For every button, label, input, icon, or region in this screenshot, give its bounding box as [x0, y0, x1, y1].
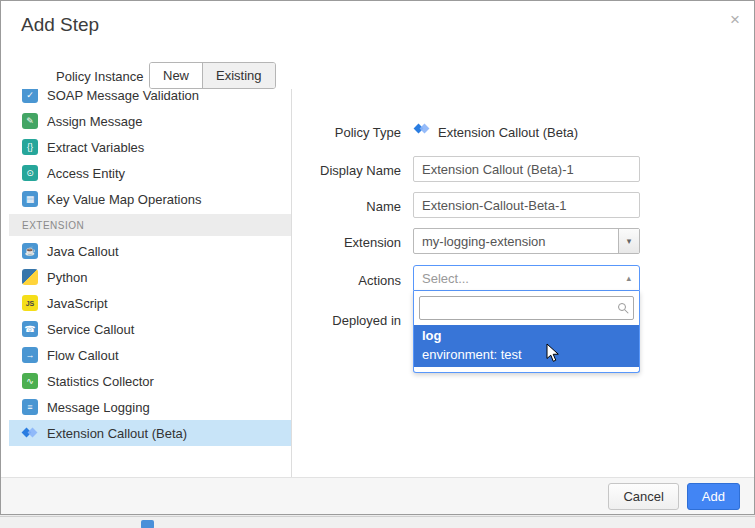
dropdown-option-group-log: log: [414, 325, 639, 345]
sidebar-item-label: Flow Callout: [47, 348, 119, 363]
name-input[interactable]: [413, 192, 640, 218]
sidebar-item-label: Assign Message: [47, 114, 142, 129]
service-callout-icon: ☎: [22, 321, 38, 337]
add-button[interactable]: Add: [687, 483, 740, 510]
deployed-in-label: Deployed in: [301, 313, 401, 328]
sidebar-item-flow-callout[interactable]: → Flow Callout: [9, 342, 291, 368]
policy-type-label: Policy Type: [301, 125, 401, 140]
chevron-down-icon[interactable]: ▾: [618, 229, 639, 253]
actions-combobox[interactable]: Select... ▴: [413, 265, 640, 291]
python-icon: [22, 269, 38, 285]
actions-dropdown-panel: log environment: test: [413, 291, 640, 373]
actions-label: Actions: [301, 273, 401, 288]
soap-validation-icon: ✓: [22, 89, 38, 103]
javascript-icon: JS: [22, 295, 38, 311]
sidebar-item-javascript[interactable]: JS JavaScript: [9, 290, 291, 316]
actions-combobox-value: Select...: [414, 271, 626, 286]
policy-instance-toggle: New Existing: [149, 62, 276, 89]
sidebar-item-soap-message-validation[interactable]: ✓ SOAP Message Validation: [9, 89, 291, 108]
search-icon: [618, 303, 626, 311]
sidebar-item-label: Service Callout: [47, 322, 134, 337]
sidebar-item-java-callout[interactable]: ☕ Java Callout: [9, 238, 291, 264]
modal-footer: Cancel Add: [1, 477, 754, 514]
extension-select-value: my-logging-extension: [414, 234, 618, 249]
display-name-input[interactable]: [413, 156, 640, 182]
sidebar-item-label: Message Logging: [47, 400, 150, 415]
dropdown-search-input[interactable]: [419, 296, 634, 320]
flow-callout-icon: →: [22, 347, 38, 363]
sidebar-item-extract-variables[interactable]: {} Extract Variables: [9, 134, 291, 160]
access-entity-icon: ⊙: [22, 165, 38, 181]
sidebar-item-access-entity[interactable]: ⊙ Access Entity: [9, 160, 291, 186]
background-page-strip: [0, 516, 755, 528]
display-name-label: Display Name: [301, 163, 401, 178]
sidebar-item-label: Key Value Map Operations: [47, 192, 201, 207]
extract-variables-icon: {}: [22, 139, 38, 155]
sidebar-section-extension: EXTENSION: [9, 214, 291, 236]
extension-select[interactable]: my-logging-extension ▾: [413, 228, 640, 254]
add-step-screen: Add Step × Policy Instance New Existing …: [0, 0, 755, 528]
sidebar-item-label: Python: [47, 270, 87, 285]
dropdown-search: [419, 296, 634, 320]
java-callout-icon: ☕: [22, 243, 38, 259]
sidebar-item-python[interactable]: Python: [9, 264, 291, 290]
statistics-collector-icon: ∿: [22, 373, 38, 389]
message-logging-icon: ≡: [22, 399, 38, 415]
sidebar-item-label: JavaScript: [47, 296, 108, 311]
policy-type-value: Extension Callout (Beta): [438, 125, 578, 140]
sidebar-item-label: Extract Variables: [47, 140, 144, 155]
policy-type-icon: [414, 121, 430, 137]
sidebar-item-label: Extension Callout (Beta): [47, 426, 187, 441]
name-label: Name: [301, 199, 401, 214]
mouse-cursor-icon: [546, 343, 560, 367]
add-step-modal: Add Step × Policy Instance New Existing …: [0, 0, 755, 515]
sidebar-item-label: Access Entity: [47, 166, 125, 181]
assign-message-icon: ✎: [22, 113, 38, 129]
key-value-map-icon: ▦: [22, 191, 38, 207]
page-title: Add Step: [21, 14, 99, 36]
background-page-icon: [141, 520, 154, 528]
new-toggle-button[interactable]: New: [150, 63, 202, 88]
sidebar-item-service-callout[interactable]: ☎ Service Callout: [9, 316, 291, 342]
chevron-up-icon: ▴: [626, 273, 639, 283]
panel-divider: [291, 89, 292, 479]
sidebar-item-message-logging[interactable]: ≡ Message Logging: [9, 394, 291, 420]
existing-toggle-button[interactable]: Existing: [202, 63, 275, 88]
extension-callout-icon: [22, 425, 38, 441]
sidebar-item-label: Statistics Collector: [47, 374, 154, 389]
sidebar-item-extension-callout-beta[interactable]: Extension Callout (Beta): [9, 420, 291, 446]
cancel-button[interactable]: Cancel: [608, 483, 678, 510]
policy-instance-label: Policy Instance: [56, 69, 143, 84]
sidebar-item-statistics-collector[interactable]: ∿ Statistics Collector: [9, 368, 291, 394]
sidebar-item-assign-message[interactable]: ✎ Assign Message: [9, 108, 291, 134]
close-icon[interactable]: ×: [730, 10, 740, 30]
extension-label: Extension: [301, 235, 401, 250]
policy-list: ✓ SOAP Message Validation ✎ Assign Messa…: [9, 89, 291, 479]
sidebar-item-label: Java Callout: [47, 244, 119, 259]
sidebar-item-key-value-map-operations[interactable]: ▦ Key Value Map Operations: [9, 186, 291, 212]
sidebar-item-label: SOAP Message Validation: [47, 89, 199, 103]
dropdown-option-environment-test[interactable]: environment: test: [414, 345, 639, 367]
